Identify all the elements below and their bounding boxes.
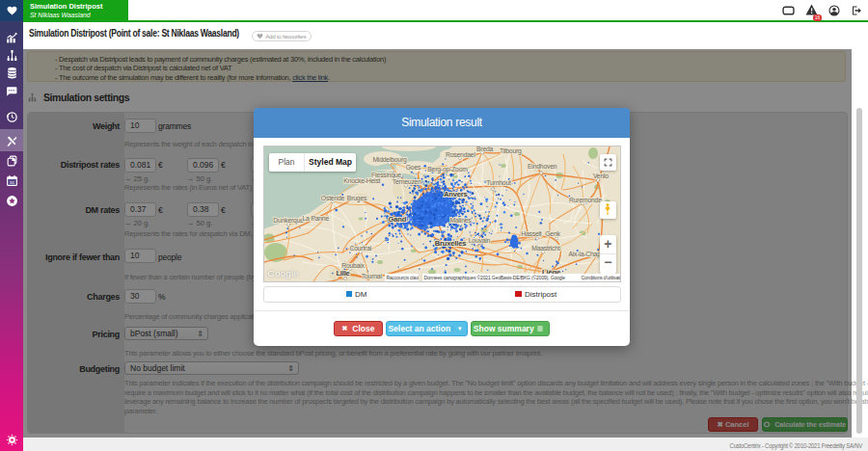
svg-text:Lille: Lille [336, 269, 349, 278]
svg-text:Tournai: Tournai [361, 273, 382, 279]
svg-text:Goes: Goes [405, 164, 420, 171]
svg-text:Courtrai: Courtrai [349, 245, 371, 252]
svg-text:Ruremonde: Ruremonde [569, 197, 602, 203]
svg-text:Maastricht: Maastricht [531, 245, 560, 252]
svg-text:Bruges: Bruges [346, 195, 366, 202]
svg-text:Rosendael: Rosendael [446, 151, 475, 158]
svg-text:Gand: Gand [388, 215, 406, 224]
svg-text:Middelbourg: Middelbourg [372, 156, 407, 164]
svg-text:Breda: Breda [476, 146, 494, 152]
svg-text:Eindhoven: Eindhoven [528, 163, 557, 170]
svg-text:La Panne: La Panne [302, 215, 329, 222]
svg-text:Dunkerque: Dunkerque [273, 217, 304, 225]
svg-text:Louvain: Louvain [468, 237, 490, 244]
svg-text:Malines: Malines [449, 217, 472, 224]
svg-text:Genk: Genk [545, 230, 560, 237]
svg-text:Terneuzen: Terneuzen [392, 178, 420, 185]
svg-text:Roubaix: Roubaix [341, 262, 365, 269]
svg-text:Berg-op-Zoom: Berg-op-Zoom [427, 166, 468, 173]
svg-text:Tilbourg: Tilbourg [499, 147, 521, 155]
svg-text:Bruxelles: Bruxelles [434, 239, 465, 248]
svg-text:Hasselt: Hasselt [521, 230, 542, 237]
svg-text:Knocke-Heist: Knocke-Heist [343, 177, 380, 184]
svg-text:Anvers: Anvers [444, 190, 468, 199]
svg-text:Ostende: Ostende [320, 195, 344, 201]
svg-text:Venlo: Venlo [592, 172, 608, 179]
svg-text:31: 31 [10, 179, 14, 184]
svg-text:Turnhout: Turnhout [486, 179, 511, 186]
